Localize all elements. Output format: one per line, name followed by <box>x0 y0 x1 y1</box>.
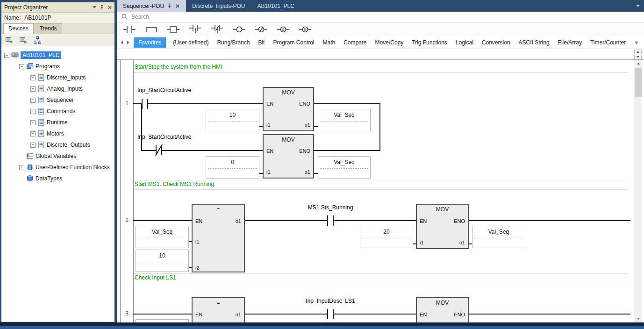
scroll-up-button[interactable] <box>634 60 642 67</box>
scroll-down-button[interactable] <box>634 315 642 322</box>
category-dropdown-icon[interactable] <box>635 42 638 44</box>
palette-scroll-up-button[interactable] <box>634 50 642 54</box>
toolbox-search[interactable]: Search <box>117 12 644 22</box>
window-menu-icon[interactable] <box>93 6 96 8</box>
doc-tab-discrete-inputs-pou[interactable]: Discrete_Inputs-POU <box>186 0 251 12</box>
tab-list-dropdown-icon[interactable] <box>636 5 640 7</box>
tree-item-discrete-outputs[interactable]: Discrete_Outputs <box>1 139 114 150</box>
operand-box[interactable]: Val_Seq <box>318 156 371 179</box>
wire <box>148 103 263 104</box>
tree-item-global-variables[interactable]: Global Variables <box>1 150 114 162</box>
contact-icon[interactable] <box>123 25 136 34</box>
rung-comment[interactable]: Start MS1. Check MS1 Running <box>135 181 214 187</box>
operand-box[interactable]: Val_Seq <box>318 109 371 131</box>
mov-block[interactable]: MOV EN ENO <box>416 297 469 322</box>
equal-block[interactable]: = EN o1 i1 i2 <box>192 204 245 272</box>
category-bit[interactable]: Bit <box>258 39 265 46</box>
tree-item-runtime[interactable]: Runtime <box>1 117 114 128</box>
operand-box[interactable] <box>136 319 189 322</box>
vertical-scrollbar[interactable] <box>634 60 642 322</box>
rung-number[interactable]: 3 <box>120 310 134 317</box>
device-topology-icon[interactable] <box>33 36 42 44</box>
coil-icon[interactable] <box>233 25 245 34</box>
close-icon[interactable] <box>107 5 112 10</box>
rung-number[interactable]: 2 <box>120 217 134 223</box>
parallel-nc-contact-icon[interactable] <box>211 25 223 34</box>
category-timer-counter[interactable]: Timer/Counter <box>590 39 626 46</box>
operand-box[interactable]: Val_Seq <box>136 226 189 248</box>
expand-icon[interactable] <box>30 131 36 136</box>
tab-trends[interactable]: Trends <box>35 23 62 34</box>
category-program-control[interactable]: Program Control <box>273 39 314 46</box>
collapse-icon[interactable] <box>19 64 24 69</box>
rung-comment[interactable]: Start/Stop the system from the HMI <box>135 64 222 70</box>
rung-number[interactable]: 1 <box>120 100 134 107</box>
mov-block[interactable]: MOV EN ENO i1 o1 <box>263 134 314 179</box>
expand-icon[interactable] <box>30 143 36 148</box>
tree-item-udfb[interactable]: User-Defined Function Blocks <box>1 162 114 173</box>
pin-icon[interactable] <box>100 5 104 10</box>
expand-icon[interactable] <box>30 120 36 125</box>
category-logical[interactable]: Logical <box>456 39 473 46</box>
collapse-icon[interactable] <box>4 53 9 58</box>
category-favorites[interactable]: Favorites <box>134 37 166 48</box>
category-file-array[interactable]: File/Array <box>558 39 582 46</box>
reset-coil-icon[interactable]: R <box>299 25 311 34</box>
scroll-left-icon[interactable] <box>121 41 123 44</box>
contact-operand[interactable]: Inp_StartCircuitActive <box>137 134 191 140</box>
doc-tab-plc[interactable]: AB10101_PLC <box>251 0 300 12</box>
category-compare[interactable]: Compare <box>343 39 366 46</box>
nc-contact[interactable] <box>156 145 162 155</box>
expand-icon[interactable] <box>30 109 36 114</box>
tree-item-plc[interactable]: AB10101_PLC <box>1 50 114 61</box>
no-contact[interactable] <box>327 309 334 319</box>
expand-icon[interactable] <box>30 75 36 80</box>
contact-operand[interactable]: Inp_InputDesc_LS1 <box>293 298 368 304</box>
palette-scroll-down-button[interactable] <box>634 55 642 59</box>
operand-box[interactable]: 10 <box>206 109 259 131</box>
doc-tab-sequencer-pou[interactable]: Sequencer-POU <box>117 0 186 12</box>
tree-item-analog-inputs[interactable]: Analog_Inputs <box>1 83 114 94</box>
remove-device-icon[interactable] <box>19 36 28 44</box>
contact-operand[interactable]: MS1.Sts_Running <box>293 204 368 211</box>
expand-icon[interactable] <box>30 86 36 92</box>
contact-operand[interactable]: Inp_StartCircuitActive <box>137 87 191 93</box>
expand-icon[interactable] <box>19 165 24 170</box>
category-trig-functions[interactable]: Trig Functions <box>412 39 447 46</box>
category-conversion[interactable]: Conversion <box>482 39 510 46</box>
equal-block[interactable]: = EN o1 <box>192 297 245 322</box>
negated-coil-icon[interactable] <box>255 25 267 34</box>
rung-comment[interactable]: Check Input LS1 <box>135 274 176 281</box>
category-user-defined[interactable]: (User defined) <box>173 39 208 46</box>
operand-box[interactable]: 20 <box>360 226 413 248</box>
tree-item-sequencer[interactable]: Sequencer <box>1 94 114 106</box>
no-contact[interactable] <box>142 99 148 109</box>
close-icon[interactable] <box>175 4 180 8</box>
branch-icon[interactable] <box>145 25 157 34</box>
category-ascii-string[interactable]: ASCII String <box>519 39 550 46</box>
pin-icon[interactable] <box>167 3 172 9</box>
no-contact[interactable] <box>327 215 334 226</box>
category-rung-branch[interactable]: Rung/Branch <box>217 39 250 46</box>
category-math[interactable]: Math <box>322 39 335 46</box>
tree-item-datatypes[interactable]: DataTypes <box>1 173 114 184</box>
tree-item-commands[interactable]: Commands <box>1 106 114 117</box>
tree-item-programs[interactable]: Programs <box>1 61 114 72</box>
tab-devices[interactable]: Devices <box>3 23 34 34</box>
tree-item-motors[interactable]: Motors <box>1 128 114 139</box>
mov-block[interactable]: MOV EN ENO i1 o1 <box>263 87 314 131</box>
operand-box[interactable]: 0 <box>206 156 259 179</box>
category-move-copy[interactable]: Move/Copy <box>375 39 404 46</box>
set-coil-icon[interactable]: S <box>277 25 289 34</box>
operand-box[interactable]: Val_Seq <box>472 226 525 248</box>
mov-block[interactable]: MOV EN ENO i1 o1 <box>416 204 469 249</box>
scroll-right-icon[interactable] <box>127 41 129 44</box>
parallel-contact-icon[interactable] <box>189 25 201 34</box>
expand-icon[interactable] <box>30 98 36 103</box>
scrollbar-thumb[interactable] <box>635 68 642 97</box>
tree-item-discrete-inputs[interactable]: Discrete_Inputs <box>1 72 114 83</box>
operand-box[interactable]: 10 <box>136 250 189 272</box>
block-icon[interactable] <box>167 25 179 34</box>
ladder-editor[interactable]: Start/Stop the system from the HMI 1 Inp… <box>117 60 644 322</box>
add-device-icon[interactable] <box>5 36 14 44</box>
